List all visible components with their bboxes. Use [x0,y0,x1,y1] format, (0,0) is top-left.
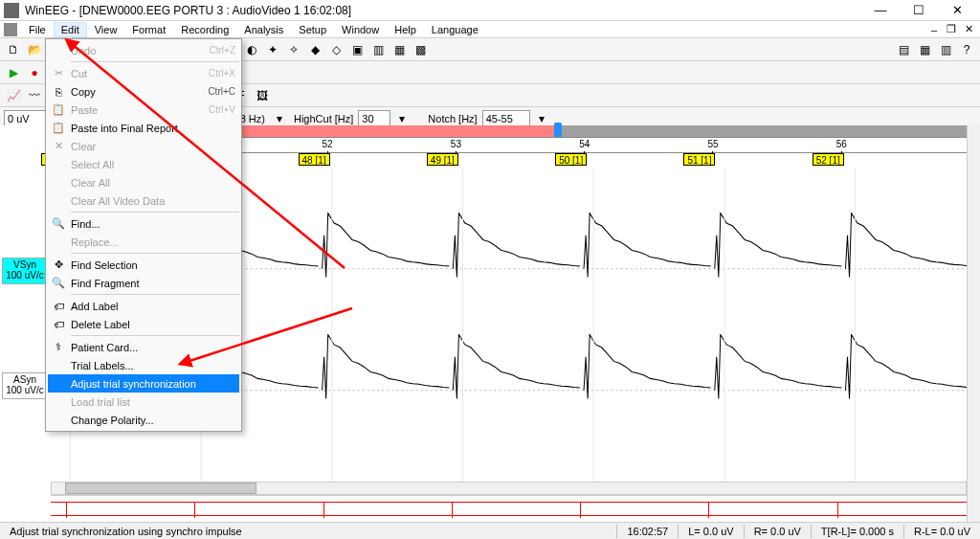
menu-edit[interactable]: Edit [54,22,87,37]
play-button[interactable]: ▶ [4,63,23,82]
menu-item-icon [50,394,67,410]
new-button[interactable]: 🗋 [4,40,23,59]
overview-handle[interactable] [554,123,562,138]
misc-button-8[interactable]: ▩ [411,40,430,59]
misc-button-4[interactable]: ◇ [326,40,345,59]
menu-item-find-fragment[interactable]: 🔍Find Fragment [48,274,239,292]
close-button[interactable]: ✕ [938,1,976,20]
menu-item-clear-all: Clear All [48,173,239,191]
trial-marker[interactable]: 51 [1] [683,153,715,166]
noise-button[interactable]: 〰 [25,86,44,105]
window-cascade-button[interactable]: ▦ [915,40,934,59]
menu-item-paste: 📋PasteCtrl+V [48,101,239,119]
open-button[interactable]: 📂 [25,40,44,59]
misc-button-1[interactable]: ✦ [263,40,282,59]
misc-button-6[interactable]: ▥ [368,40,388,59]
status-r: R= 0.0 uV [745,523,811,539]
menu-language[interactable]: Language [424,22,486,37]
menu-item-label: Patient Card... [71,342,235,353]
menu-item-icon [50,376,67,392]
menu-item-label: Find... [71,218,235,230]
trial-marker[interactable]: 50 [1] [555,153,587,166]
menu-window[interactable]: Window [334,22,387,37]
record-button[interactable]: ● [25,63,44,82]
menu-help[interactable]: Help [387,22,424,37]
menu-item-undo: UndoCtrl+Z [48,41,239,59]
menu-item-find[interactable]: 🔍Find... [48,214,239,233]
menu-item-label: Clear All Video Data [71,195,235,207]
misc-button-2[interactable]: ✧ [284,40,303,59]
menu-setup[interactable]: Setup [291,22,334,37]
menu-item-icon [50,235,67,250]
minimize-button[interactable]: — [861,1,900,20]
menu-recording[interactable]: Recording [173,22,236,37]
channel-labels: VSyn100 uV/c ASyn100 uV/c [0,125,51,522]
misc-button-3[interactable]: ◆ [305,40,324,59]
menu-item-paste-into-final-report[interactable]: 📋Paste into Final Report [48,119,239,137]
menu-item-adjust-trial-synchronization[interactable]: Adjust trial synchronization [48,374,239,393]
menu-item-label: Copy [71,86,208,98]
trial-marker[interactable]: 49 [1] [427,153,458,166]
time-tick: 53 [451,139,461,149]
titlebar: WinEEG - [DNEW0000.EEG PORTU 3 : AudioVi… [0,0,980,21]
menu-item-label: Adjust trial synchronization [71,378,235,390]
menu-analysis[interactable]: Analysis [236,22,291,37]
trial-marker[interactable]: 52 [1] [813,153,844,166]
h-scroll-thumb[interactable] [65,483,256,494]
menu-item-copy[interactable]: ⎘CopyCtrl+C [48,82,239,101]
chart-button[interactable]: 📈 [4,86,23,105]
misc-button-5[interactable]: ▣ [347,40,367,59]
menu-item-shortcut: Ctrl+C [208,86,235,97]
channel-label-asyn[interactable]: ASyn100 uV/c [2,372,48,399]
channel-label-vsyn[interactable]: VSyn100 uV/c [2,258,48,284]
maximize-button[interactable]: ☐ [900,1,938,20]
highcut-input[interactable] [358,110,390,127]
mdi-restore-button[interactable]: ❐ [944,23,959,36]
menu-item-load-trial-list: Load trial list [48,393,239,411]
menu-item-label: Add Label [71,301,235,312]
menu-format[interactable]: Format [124,22,173,37]
mdi-close-button[interactable]: ✕ [961,23,976,36]
edit-menu-dropdown: UndoCtrl+Z✂CutCtrl+X⎘CopyCtrl+C📋PasteCtr… [45,38,242,432]
menu-item-icon: 🏷 [50,317,67,332]
trial-marker[interactable]: 48 [1] [299,153,330,166]
misc-button-7[interactable]: ▦ [390,40,409,59]
menu-item-icon [50,413,67,428]
menu-item-trial-labels[interactable]: Trial Labels... [48,356,239,374]
statusbar: Adjust trial synchronization using synch… [0,522,980,539]
menu-item-clear-all-video-data: Clear All Video Data [48,191,239,210]
menu-item-icon: ✕ [50,139,67,154]
h-scrollbar[interactable] [51,482,967,495]
menu-item-label: Clear [71,141,235,152]
image-button[interactable]: 🖼 [253,86,272,105]
status-l: L= 0.0 uV [679,523,743,539]
menu-item-label: Clear All [71,177,235,189]
menubar: FileEditViewFormatRecordingAnalysisSetup… [0,21,980,38]
menu-item-label: Select All [71,159,235,170]
menu-item-icon: 📋 [50,102,67,118]
menu-item-label: Paste [71,104,209,116]
v-scrollbar[interactable] [967,125,980,522]
menu-file[interactable]: File [21,22,54,37]
window-tile-button[interactable]: ▤ [894,40,913,59]
menu-item-shortcut: Ctrl+X [209,68,235,79]
menu-view[interactable]: View [87,22,125,37]
map-icon[interactable]: ◐ [242,40,261,59]
menu-item-label: Find Selection [71,259,235,271]
menu-item-find-selection[interactable]: ✥Find Selection [48,256,239,274]
menu-item-change-polarity[interactable]: Change Polarity... [48,411,239,429]
window-split-button[interactable]: ▥ [936,40,955,59]
menu-item-patient-card[interactable]: ⚕Patient Card... [48,338,239,356]
menu-item-icon: ⚕ [50,340,67,355]
status-hint: Adjust trial synchronization using synch… [0,523,616,539]
notch-input[interactable] [482,110,530,127]
menu-item-icon: 🔍 [50,216,67,232]
menu-item-add-label[interactable]: 🏷Add Label [48,297,239,315]
menu-item-delete-label[interactable]: 🏷Delete Label [48,315,239,333]
menu-item-select-all: Select All [48,155,239,173]
time-tick: 52 [323,139,333,149]
help-button[interactable]: ? [957,40,976,59]
doc-icon [4,23,17,36]
mdi-minimize-button[interactable]: – [926,23,942,36]
highcut-label: HighCut [Hz] [291,113,356,124]
